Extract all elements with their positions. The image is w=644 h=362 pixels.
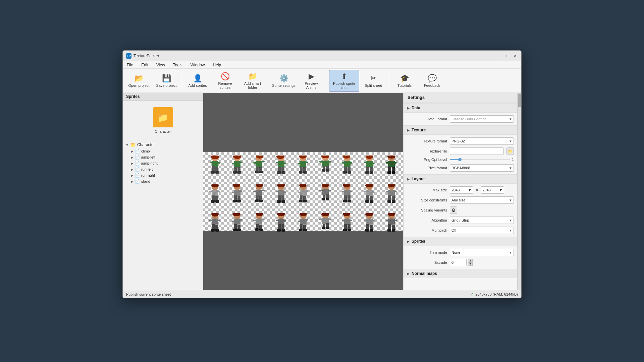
svg-rect-183	[253, 220, 256, 221]
preview-anims-button[interactable]: ▶ Preview Anims	[298, 70, 325, 92]
extrude-spin-up[interactable]: ▲	[468, 259, 473, 262]
menu-view[interactable]: View	[155, 62, 166, 68]
trim-mode-select[interactable]: None ▼	[450, 249, 514, 256]
tree-item-jump-right[interactable]: ▶ 📄 jump-right	[123, 160, 203, 166]
status-right: ✓ 2048x768 (RAM: 6144kB)	[470, 292, 518, 297]
svg-rect-185	[256, 224, 259, 229]
menu-help[interactable]: Help	[212, 62, 223, 68]
add-smart-folder-button[interactable]: 📁 Add smart folder	[239, 70, 266, 92]
sprite-row-3	[203, 210, 403, 239]
tree-item-climb[interactable]: ▶ 📄 climb	[123, 148, 203, 154]
sprite-cell	[337, 213, 357, 236]
max-size-h-input[interactable]: 2048 ▼	[481, 186, 504, 194]
section-normalmaps-header[interactable]: ▶ Normal maps	[404, 269, 517, 278]
svg-rect-132	[326, 194, 329, 198]
minimize-button[interactable]: −	[498, 53, 503, 59]
svg-rect-232	[365, 229, 369, 232]
svg-rect-68	[366, 167, 369, 172]
svg-rect-206	[303, 229, 307, 231]
texture-format-select[interactable]: PNG-32 ▼	[450, 137, 514, 145]
sprite-cell	[249, 213, 269, 236]
png-opt-slider-track[interactable]	[450, 159, 510, 160]
sprite-settings-button[interactable]: ⚙️ Sprite settings	[270, 70, 297, 92]
section-sprites-header[interactable]: ▶ Sprites	[404, 237, 517, 246]
maximize-button[interactable]: □	[505, 53, 511, 59]
svg-rect-105	[259, 196, 262, 200]
menu-edit[interactable]: Edit	[140, 62, 150, 68]
tree-item-jump-left[interactable]: ▶ 📄 jump-left	[123, 154, 203, 160]
section-layout-header[interactable]: ▶ Layout	[404, 175, 517, 184]
character-thumbnail[interactable]: 📁	[153, 107, 173, 127]
png-opt-label: Png Opt Level	[407, 158, 447, 162]
texture-format-arrow: ▼	[509, 139, 512, 143]
extrude-input[interactable]	[450, 259, 467, 266]
svg-rect-179	[237, 229, 241, 231]
svg-rect-140	[344, 195, 347, 200]
tree-label-climb: climb	[141, 149, 150, 153]
size-constraints-select[interactable]: Any size ▼	[450, 196, 514, 204]
svg-rect-164	[212, 219, 218, 225]
tree-arrow-character: ▼	[125, 143, 129, 147]
svg-rect-205	[299, 229, 303, 231]
texture-file-input[interactable]	[450, 147, 504, 155]
svg-rect-159	[392, 196, 395, 201]
right-panel-scrollbar[interactable]	[517, 93, 521, 290]
sprites-header: Sprites	[123, 93, 203, 101]
algorithm-select[interactable]: Grid / Strip ▼	[450, 217, 514, 224]
algorithm-row: Algorithm Grid / Strip ▼	[407, 217, 514, 224]
sprite-cell	[205, 213, 225, 236]
svg-rect-200	[300, 219, 307, 225]
svg-rect-12	[232, 163, 234, 164]
multipack-row: Multipack Off ▼	[407, 227, 514, 234]
section-texture-header[interactable]: ▶ Texture	[404, 126, 517, 135]
scaling-variants-gear-button[interactable]: ⚙	[450, 206, 457, 214]
close-button[interactable]: ✕	[513, 53, 518, 59]
tutorials-button[interactable]: 🎓 Tutorials	[391, 70, 418, 92]
toolbar: 📂 Open project 💾 Save project 👤 Add spri…	[123, 69, 521, 93]
menu-file[interactable]: File	[125, 62, 135, 68]
tree-folder-character[interactable]: ▼ 📁 Character	[123, 141, 203, 148]
right-panel-scrollbar-thumb[interactable]	[518, 94, 521, 107]
remove-sprites-button[interactable]: 🚫 Remove sprites	[212, 70, 238, 92]
sprite-cell	[316, 184, 335, 207]
data-format-select[interactable]: Choose Data Format ▼	[450, 115, 514, 123]
svg-rect-35	[281, 171, 285, 174]
doc-icon-run-right: 📄	[135, 173, 140, 178]
menu-tools[interactable]: Tools	[172, 62, 184, 68]
tree-item-stand[interactable]: ▶ 📄 stand	[123, 178, 203, 184]
tree-item-run-left[interactable]: ▶ 📄 run-left	[123, 166, 203, 172]
svg-rect-89	[215, 200, 219, 203]
tutorials-icon: 🎓	[400, 74, 409, 83]
canvas-area[interactable]	[203, 93, 403, 290]
svg-rect-113	[278, 195, 281, 200]
menu-window[interactable]: Window	[189, 62, 206, 68]
texture-file-browse-button[interactable]: 📁	[506, 147, 514, 155]
extrude-spin-down[interactable]: ▼	[468, 262, 473, 266]
svg-rect-61	[343, 171, 347, 174]
svg-rect-75	[386, 162, 389, 164]
open-project-button[interactable]: 📂 Open project	[125, 70, 152, 92]
feedback-button[interactable]: 💬 Feedback	[419, 70, 445, 92]
max-size-w-input[interactable]: 2048 ▼	[450, 186, 473, 194]
tree-item-run-right[interactable]: ▶ 📄 run-right	[123, 172, 203, 178]
svg-rect-85	[218, 191, 220, 192]
multipack-select[interactable]: Off ▼	[450, 227, 514, 234]
split-sheet-button[interactable]: ✂ Split sheet	[360, 70, 387, 92]
sprite-cell	[293, 184, 313, 207]
svg-rect-62	[347, 171, 351, 174]
svg-rect-178	[233, 229, 237, 231]
png-opt-slider-thumb[interactable]	[458, 158, 462, 161]
sprite-settings-label: Sprite settings	[272, 83, 296, 87]
add-sprites-button[interactable]: 👤 Add sprites	[184, 70, 211, 92]
svg-rect-142	[343, 200, 347, 202]
pixel-format-select[interactable]: RGBA8888 ▼	[450, 164, 514, 172]
svg-rect-176	[234, 224, 237, 229]
svg-rect-194	[278, 224, 281, 229]
svg-rect-52	[322, 169, 325, 172]
title-bar: TP TexturePacker − □ ✕	[123, 51, 521, 61]
publish-sprite-button[interactable]: ⬆ Publish sprite sh...	[329, 70, 359, 92]
texture-file-row: Texture file 📁	[407, 147, 514, 155]
texture-format-row: Texture format PNG-32 ▼	[407, 137, 514, 145]
section-data-header[interactable]: ▶ Data	[404, 104, 517, 113]
save-project-button[interactable]: 💾 Save project	[153, 70, 180, 92]
